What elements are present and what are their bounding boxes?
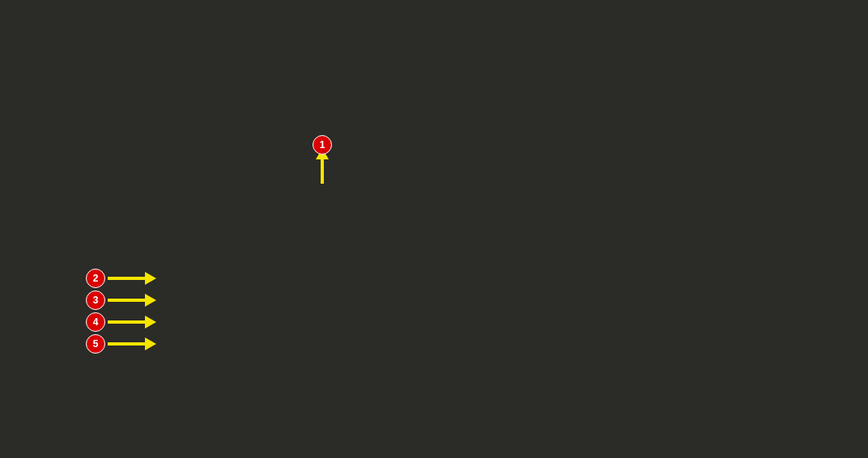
- arrow-3: [108, 299, 147, 302]
- arrow-4: [108, 320, 147, 324]
- badge-1: 1: [313, 135, 332, 155]
- arrow-1: [321, 158, 324, 184]
- badge-3: 3: [86, 290, 105, 310]
- code-editor: 1 2 3 4 5 <!DOCTYPE html> <html> <head> …: [0, 0, 868, 458]
- arrow-5: [108, 342, 147, 346]
- badge-5: 5: [86, 334, 105, 354]
- arrow-2: [108, 277, 147, 280]
- badge-2: 2: [86, 269, 105, 288]
- badge-4: 4: [86, 312, 105, 332]
